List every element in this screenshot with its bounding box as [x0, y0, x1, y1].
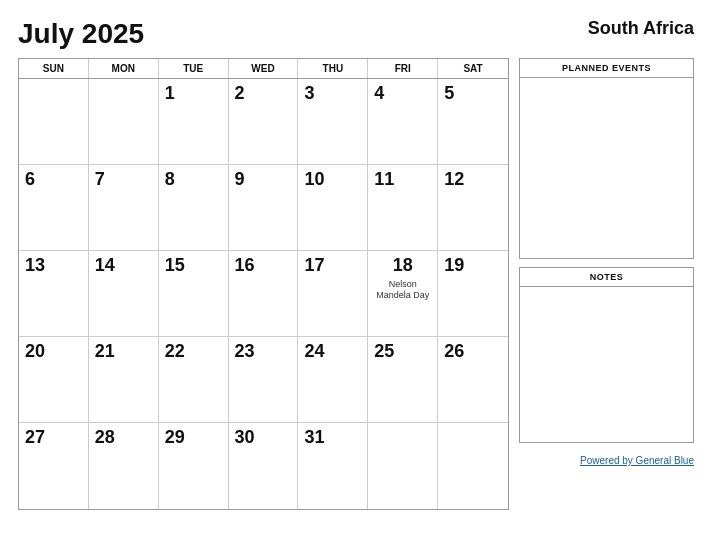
day-number-25: 25	[374, 341, 394, 361]
day-number-5: 5	[444, 83, 454, 103]
day-number-4: 4	[374, 83, 384, 103]
header-fri: FRI	[368, 59, 438, 78]
day-cell-empty-1	[19, 79, 89, 165]
day-cell-3: 3	[298, 79, 368, 165]
day-number-29: 29	[165, 427, 185, 447]
day-cell-10: 10	[298, 165, 368, 251]
day-number-18: 18	[393, 255, 413, 277]
day-cell-30: 30	[229, 423, 299, 509]
day-number-31: 31	[304, 427, 324, 447]
day-number-16: 16	[235, 255, 255, 275]
powered-by-link[interactable]: Powered by General Blue	[580, 455, 694, 466]
header-sat: SAT	[438, 59, 508, 78]
planned-events-title: PLANNED EVENTS	[520, 59, 693, 78]
day-cell-24: 24	[298, 337, 368, 423]
day-cell-15: 15	[159, 251, 229, 337]
month-year-title: July 2025	[18, 18, 144, 50]
day-cell-11: 11	[368, 165, 438, 251]
planned-events-content	[520, 78, 693, 258]
day-number-10: 10	[304, 169, 324, 189]
day-cell-1: 1	[159, 79, 229, 165]
day-cell-23: 23	[229, 337, 299, 423]
day-cell-28: 28	[89, 423, 159, 509]
main-layout: SUN MON TUE WED THU FRI SAT 1 2 3 4 5 6 …	[18, 58, 694, 510]
day-cell-25: 25	[368, 337, 438, 423]
day-cell-19: 19	[438, 251, 508, 337]
day-cell-14: 14	[89, 251, 159, 337]
day-number-14: 14	[95, 255, 115, 275]
day-number-7: 7	[95, 169, 105, 189]
day-number-15: 15	[165, 255, 185, 275]
calendar-page: July 2025 South Africa SUN MON TUE WED T…	[0, 0, 712, 550]
notes-box: NOTES	[519, 267, 694, 443]
header-wed: WED	[229, 59, 299, 78]
day-cell-16: 16	[229, 251, 299, 337]
day-cell-4: 4	[368, 79, 438, 165]
day-number-9: 9	[235, 169, 245, 189]
header-tue: TUE	[159, 59, 229, 78]
day-number-28: 28	[95, 427, 115, 447]
day-number-1: 1	[165, 83, 175, 103]
day-number-6: 6	[25, 169, 35, 189]
day-number-3: 3	[304, 83, 314, 103]
day-cell-empty-3	[368, 423, 438, 509]
country-label: South Africa	[588, 18, 694, 39]
day-cell-21: 21	[89, 337, 159, 423]
day-headers: SUN MON TUE WED THU FRI SAT	[19, 59, 508, 79]
day-cell-22: 22	[159, 337, 229, 423]
day-cell-empty-2	[89, 79, 159, 165]
sidebar: PLANNED EVENTS NOTES Powered by General …	[519, 58, 694, 510]
day-cell-2: 2	[229, 79, 299, 165]
day-number-13: 13	[25, 255, 45, 275]
day-number-30: 30	[235, 427, 255, 447]
header: July 2025 South Africa	[18, 18, 694, 50]
day-cell-31: 31	[298, 423, 368, 509]
header-mon: MON	[89, 59, 159, 78]
day-number-24: 24	[304, 341, 324, 361]
day-number-22: 22	[165, 341, 185, 361]
day-cell-18: 18 NelsonMandela Day	[368, 251, 438, 337]
day-cell-26: 26	[438, 337, 508, 423]
header-sun: SUN	[19, 59, 89, 78]
day-cell-8: 8	[159, 165, 229, 251]
day-number-19: 19	[444, 255, 464, 275]
day-cell-29: 29	[159, 423, 229, 509]
day-18-content: 18 NelsonMandela Day	[374, 255, 431, 302]
day-cell-17: 17	[298, 251, 368, 337]
calendar-section: SUN MON TUE WED THU FRI SAT 1 2 3 4 5 6 …	[18, 58, 509, 510]
day-cell-12: 12	[438, 165, 508, 251]
notes-title: NOTES	[520, 268, 693, 287]
day-cell-7: 7	[89, 165, 159, 251]
day-cell-20: 20	[19, 337, 89, 423]
day-number-17: 17	[304, 255, 324, 275]
day-number-2: 2	[235, 83, 245, 103]
day-cell-empty-4	[438, 423, 508, 509]
day-number-26: 26	[444, 341, 464, 361]
day-cell-13: 13	[19, 251, 89, 337]
day-number-12: 12	[444, 169, 464, 189]
calendar-grid: 1 2 3 4 5 6 7 8 9 10 11 12 13 14 15 16 1…	[19, 79, 508, 509]
nelson-mandela-day-event: NelsonMandela Day	[376, 279, 429, 302]
planned-events-box: PLANNED EVENTS	[519, 58, 694, 259]
day-cell-27: 27	[19, 423, 89, 509]
day-cell-5: 5	[438, 79, 508, 165]
day-cell-9: 9	[229, 165, 299, 251]
day-cell-6: 6	[19, 165, 89, 251]
day-number-11: 11	[374, 169, 394, 189]
notes-content	[520, 287, 693, 442]
header-thu: THU	[298, 59, 368, 78]
day-number-23: 23	[235, 341, 255, 361]
day-number-20: 20	[25, 341, 45, 361]
day-number-27: 27	[25, 427, 45, 447]
day-number-21: 21	[95, 341, 115, 361]
day-number-8: 8	[165, 169, 175, 189]
footer: Powered by General Blue	[519, 455, 694, 466]
